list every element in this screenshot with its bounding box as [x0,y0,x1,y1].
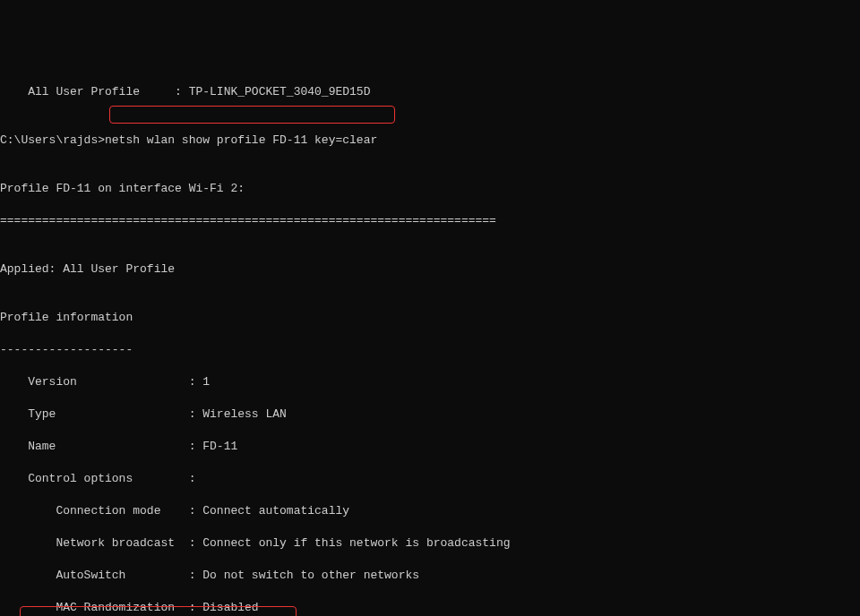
output-line: Connection mode : Connect automatically [0,503,860,519]
section-header: Profile information [0,310,860,326]
output-line: Version : 1 [0,374,860,390]
output-line: Name : FD-11 [0,439,860,455]
output-line: Applied: All User Profile [0,261,860,278]
output-line: AutoSwitch : Do not switch to other netw… [0,568,860,584]
output-line: Control options : [0,471,860,487]
output-line: MAC Randomization : Disabled [0,600,860,616]
command-highlight-box [109,106,395,124]
output-line: Network broadcast : Connect only if this… [0,535,860,552]
output-line: ========================================… [0,213,860,229]
command-prompt-line[interactable]: C:\Users\rajds>netsh wlan show profile F… [0,133,860,149]
output-line: Type : Wireless LAN [0,406,860,423]
output-line: All User Profile : TP-LINK_POCKET_3040_9… [0,84,860,100]
section-divider: ------------------- [0,342,860,358]
output-line: Profile FD-11 on interface Wi-Fi 2: [0,181,860,197]
terminal-output: All User Profile : TP-LINK_POCKET_3040_9… [0,64,860,616]
